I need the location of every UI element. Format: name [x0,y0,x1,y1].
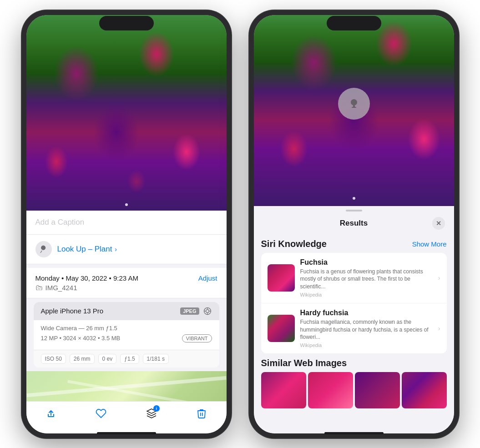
hardy-text: Hardy fuchsia Fuchsia magellanica, commo… [300,309,433,348]
trash-button[interactable] [195,407,208,420]
fuchsia-name: Fuchsia [300,258,433,267]
info-button[interactable]: i [145,407,158,420]
similar-image-4[interactable] [402,372,447,408]
hardy-chevron: › [438,325,440,332]
exif-iso: ISO 50 [41,354,66,364]
left-phone-screen: Add a Caption L [26,15,227,433]
results-title: Results [276,219,432,228]
hardy-thumbnail [268,315,295,342]
fuchsia-chevron: › [438,274,440,282]
camera-detail1: Wide Camera — 26 mm ƒ1.5 [41,325,117,332]
right-photo-area [254,15,454,206]
knowledge-item-hardy[interactable]: Hardy fuchsia Fuchsia magellanica, commo… [261,303,447,353]
heart-button[interactable] [95,407,107,420]
hardy-source: Wikipedia [300,342,433,348]
similar-image-3[interactable] [355,372,400,408]
siri-dot [353,197,355,200]
photo-dot [125,203,128,206]
results-panel: Results ✕ Siri Knowledge Show More [254,206,454,433]
exif-f: ƒ1.5 [120,354,139,364]
siri-knowledge-header: Siri Knowledge Show More [261,239,447,249]
knowledge-item-fuchsia[interactable]: Fuchsia Fuchsia is a genus of flowering … [261,253,447,303]
camera-details: Wide Camera — 26 mm ƒ1.5 12 MP • 3024 × … [34,320,219,350]
left-phone: Add a Caption L [22,10,231,438]
lookup-icon [35,241,52,257]
bottom-toolbar: i [26,401,227,433]
svg-point-2 [206,309,209,312]
close-button[interactable]: ✕ [432,217,445,230]
jpeg-badge: JPEG [180,307,199,315]
exif-mm: 26 mm [70,354,95,364]
siri-knowledge-title: Siri Knowledge [261,239,327,249]
metadata-section: Monday • May 30, 2022 • 9:23 AM Adjust I… [26,268,227,298]
adjust-button[interactable]: Adjust [198,274,217,282]
knowledge-card: Fuchsia Fuchsia is a genus of flowering … [261,253,447,354]
camera-name: Apple iPhone 13 Pro [41,307,104,315]
similar-images [261,372,447,408]
similar-section: Similar Web Images [261,358,447,408]
exif-row: ISO 50 26 mm 0 ev ƒ1.5 1/181 s [34,350,219,367]
vibrant-badge: VIBRANT [182,334,212,342]
fuchsia-text: Fuchsia Fuchsia is a genus of flowering … [300,258,433,297]
filename: IMG_4241 [35,284,217,292]
phone-notch [99,16,154,30]
results-content: Siri Knowledge Show More Fuchsia Fuchsia… [254,234,454,433]
info-badge: i [153,405,160,412]
hardy-desc: Fuchsia magellanica, commonly known as t… [300,318,433,341]
lookup-section[interactable]: Look Up – Plant › [26,235,227,264]
exif-shutter: 1/181 s [143,354,169,364]
similar-image-2[interactable] [308,372,353,408]
flower-image [26,15,227,211]
fuchsia-thumbnail [268,264,295,292]
fuchsia-source: Wikipedia [300,292,433,297]
fuchsia-desc: Fuchsia is a genus of flowering plants t… [300,268,433,291]
photo-area [26,15,227,211]
photo-date: Monday • May 30, 2022 • 9:23 AM [35,274,138,282]
camera-wrapper: Apple iPhone 13 Pro JPEG [26,298,227,371]
exif-ev: 0 ev [98,354,117,364]
home-indicator [97,432,156,434]
right-phone-screen: Results ✕ Siri Knowledge Show More [254,15,454,433]
camera-section: Apple iPhone 13 Pro JPEG [34,302,219,367]
right-phone: Results ✕ Siri Knowledge Show More [249,10,459,438]
hardy-name: Hardy fuchsia [300,309,433,317]
caption-placeholder: Add a Caption [35,218,85,227]
similar-title: Similar Web Images [261,358,447,368]
similar-image-1[interactable] [261,372,306,408]
lookup-label: Look Up – Plant › [57,245,117,254]
siri-circle [338,88,370,120]
camera-detail2: 12 MP • 3024 × 4032 • 3.5 MB [41,335,121,342]
svg-point-0 [42,247,44,248]
camera-header: Apple iPhone 13 Pro JPEG [34,302,219,320]
caption-area[interactable]: Add a Caption [26,211,227,235]
right-home-indicator [324,432,384,434]
right-phone-notch [327,16,381,30]
share-button[interactable] [45,407,57,420]
show-more-button[interactable]: Show More [412,240,447,248]
results-header: Results ✕ [254,211,454,234]
